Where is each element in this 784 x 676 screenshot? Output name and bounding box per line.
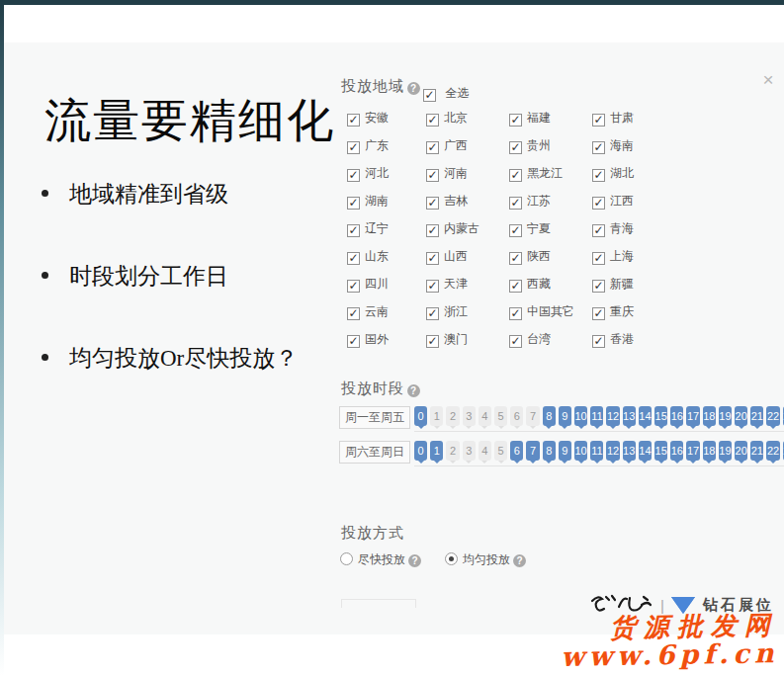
province-option[interactable]: ✓云南	[347, 301, 426, 320]
hour-cell[interactable]: 15	[654, 441, 667, 461]
checkbox-icon[interactable]: ✓	[426, 169, 439, 182]
checkbox-icon[interactable]: ✓	[426, 307, 439, 320]
checkbox-icon[interactable]: ✓	[426, 252, 439, 265]
checkbox-icon[interactable]: ✓	[592, 280, 605, 293]
province-option[interactable]: ✓山东	[347, 246, 426, 265]
hour-cell[interactable]: 20	[735, 406, 747, 426]
province-option[interactable]: ✓四川	[347, 274, 426, 293]
hour-cell[interactable]: 18	[703, 441, 716, 461]
help-icon[interactable]: ?	[513, 554, 526, 567]
province-option[interactable]: ✓天津	[426, 274, 509, 293]
hour-cell[interactable]: 17	[686, 441, 699, 461]
province-option[interactable]: ✓黑龙江	[509, 163, 592, 182]
radio-icon[interactable]	[340, 552, 353, 565]
hour-cell[interactable]: 14	[639, 441, 652, 461]
hour-cell[interactable]: 14	[639, 406, 652, 426]
hour-cell[interactable]: 18	[703, 406, 716, 426]
hour-cell[interactable]: 9	[559, 406, 571, 426]
hour-cell[interactable]: 4	[479, 406, 491, 426]
province-option[interactable]: ✓山西	[426, 246, 509, 265]
select-all-checkbox[interactable]: ✓ 全选	[423, 83, 469, 102]
checkbox-icon[interactable]: ✓	[509, 114, 522, 127]
hour-cell[interactable]: 11	[590, 441, 603, 461]
checkbox-icon[interactable]: ✓	[592, 307, 605, 320]
province-option[interactable]: ✓贵州	[509, 135, 592, 154]
checkbox-icon[interactable]: ✓	[426, 114, 439, 127]
province-option[interactable]: ✓新疆	[592, 274, 681, 293]
province-option[interactable]: ✓中国其它	[509, 301, 592, 320]
province-option[interactable]: ✓青海	[592, 218, 681, 237]
province-option[interactable]: ✓吉林	[426, 191, 509, 210]
hour-cell[interactable]: 16	[670, 406, 683, 426]
hour-cell[interactable]: 21	[750, 441, 763, 461]
hour-cell[interactable]: 1	[430, 406, 443, 426]
hour-cell[interactable]: 21	[750, 406, 763, 426]
hour-cell[interactable]: 2	[446, 406, 459, 426]
checkbox-icon[interactable]: ✓	[509, 307, 522, 320]
checkbox-icon[interactable]: ✓	[592, 224, 605, 237]
checkbox-icon[interactable]: ✓	[426, 280, 439, 293]
hour-cell[interactable]: 3	[463, 406, 476, 426]
province-option[interactable]: ✓陕西	[509, 246, 592, 265]
province-option[interactable]: ✓海南	[592, 135, 681, 154]
hour-cell[interactable]: 19	[719, 406, 732, 426]
hour-cell[interactable]: 20	[735, 441, 747, 461]
hour-cell[interactable]: 6	[510, 406, 523, 426]
province-option[interactable]: ✓江苏	[509, 191, 592, 210]
help-icon[interactable]: ?	[407, 384, 420, 397]
checkbox-icon[interactable]: ✓	[509, 280, 522, 293]
hour-cell[interactable]: 22	[766, 441, 779, 461]
checkbox-icon[interactable]: ✓	[347, 307, 360, 320]
province-option[interactable]: ✓上海	[592, 246, 681, 265]
checkbox-icon[interactable]: ✓	[509, 141, 522, 154]
checkbox-icon[interactable]: ✓	[347, 169, 360, 182]
checkbox-icon[interactable]: ✓	[426, 197, 439, 210]
province-option[interactable]: ✓湖南	[347, 191, 426, 210]
province-option[interactable]: ✓河北	[347, 163, 426, 182]
hour-cell[interactable]: 10	[574, 441, 587, 461]
province-option[interactable]: ✓浙江	[426, 301, 509, 320]
hour-cell[interactable]: 8	[543, 406, 556, 426]
province-option[interactable]: ✓广西	[426, 135, 509, 154]
checkbox-icon[interactable]: ✓	[423, 89, 436, 102]
hour-cell[interactable]: 7	[526, 441, 539, 461]
province-option[interactable]: ✓北京	[426, 108, 509, 127]
hour-cell[interactable]: 7	[526, 406, 539, 426]
province-option[interactable]: ✓重庆	[592, 301, 681, 320]
hour-cell[interactable]: 16	[670, 441, 683, 461]
checkbox-icon[interactable]: ✓	[347, 252, 360, 265]
checkbox-icon[interactable]: ✓	[347, 197, 360, 210]
hour-cell[interactable]: 5	[494, 406, 507, 426]
hour-cell[interactable]: 15	[654, 406, 667, 426]
hour-cell[interactable]: 12	[606, 406, 619, 426]
hour-cell[interactable]: 11	[590, 406, 603, 426]
hour-cell[interactable]: 13	[623, 406, 636, 426]
checkbox-icon[interactable]: ✓	[592, 252, 605, 265]
hour-cell[interactable]: 5	[494, 441, 507, 461]
checkbox-icon[interactable]: ✓	[509, 252, 522, 265]
province-option[interactable]: ✓甘肃	[592, 108, 681, 127]
hour-cell[interactable]: 9	[559, 441, 571, 461]
checkbox-icon[interactable]: ✓	[592, 169, 605, 182]
hour-cell[interactable]: 17	[686, 406, 699, 426]
province-option[interactable]: ✓江西	[592, 191, 681, 210]
checkbox-icon[interactable]: ✓	[592, 114, 605, 127]
close-icon[interactable]: ×	[757, 69, 779, 91]
hour-cell[interactable]: 0	[414, 441, 427, 461]
checkbox-icon[interactable]: ✓	[347, 224, 360, 237]
hour-cell[interactable]: 22	[766, 406, 779, 426]
hour-cell[interactable]: 4	[479, 441, 491, 461]
checkbox-icon[interactable]: ✓	[592, 197, 605, 210]
hour-cell[interactable]: 6	[510, 441, 523, 461]
hour-cell[interactable]: 19	[719, 441, 732, 461]
province-option[interactable]: ✓国外	[347, 329, 426, 348]
checkbox-icon[interactable]: ✓	[509, 169, 522, 182]
checkbox-icon[interactable]: ✓	[592, 141, 605, 154]
help-icon[interactable]: ?	[407, 82, 420, 95]
province-option[interactable]: ✓香港	[592, 329, 681, 348]
hour-cell[interactable]: 8	[543, 441, 556, 461]
province-option[interactable]: ✓辽宁	[347, 218, 426, 237]
checkbox-icon[interactable]: ✓	[347, 335, 360, 348]
hour-cell[interactable]: 13	[623, 441, 636, 461]
province-option[interactable]: ✓广东	[347, 135, 426, 154]
